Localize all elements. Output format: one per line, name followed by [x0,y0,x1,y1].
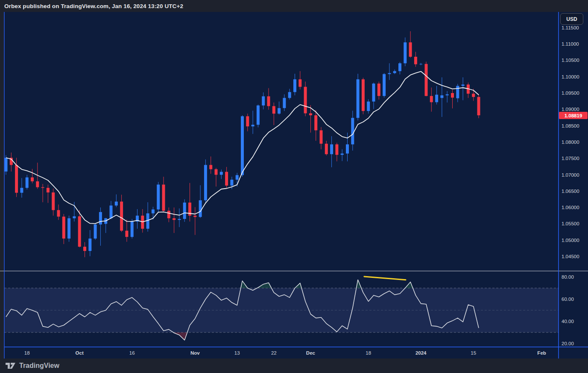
candle-body [178,219,181,220]
currency-usd-button[interactable]: USD [560,13,583,25]
candle-body [388,73,391,74]
chart-window: Orbex published on TradingView.com, Jan … [0,0,588,373]
candle-body [357,79,360,118]
candle-body [220,172,223,175]
chart-canvas[interactable]: 1.115001.110001.105001.100001.095001.090… [0,0,588,373]
candle-body [167,211,170,219]
candle-body [435,95,438,102]
candle-body [152,210,155,213]
candle-body [183,203,186,219]
candle-body [362,79,365,111]
candle-body [320,130,323,143]
candle-body [173,218,176,220]
candle-body [346,144,349,153]
candle-body [257,105,260,125]
candle-body [440,95,443,98]
candle-body [15,165,18,193]
candle-body [204,165,207,201]
publish-header-title: Orbex published on TradingView.com, Jan … [0,3,183,9]
candle-body [383,74,386,96]
candle-body [193,216,196,217]
candle-body [283,98,286,108]
watermark-bar: TradingView [0,358,588,373]
candle-body [252,125,255,126]
candle-body [47,188,50,192]
candle-body [31,178,34,181]
tradingview-brand-label: TradingView [19,362,59,370]
candle-body [409,42,412,57]
candle-body [241,116,244,175]
candle-body [246,116,249,126]
candle-body [57,210,60,216]
candle-body [125,231,128,237]
candle-body [288,92,291,98]
candle-body [425,64,428,96]
candle-body [225,172,228,186]
candle-body [377,84,380,96]
candle-body [236,175,239,180]
candle-body [78,216,81,247]
candle-body [351,118,354,144]
candle-body [36,181,39,187]
candle-body [83,247,86,251]
tradingview-logo-icon [5,361,16,370]
candle-body [162,185,165,211]
time-axis[interactable] [4,347,588,358]
publish-header: Orbex published on TradingView.com, Jan … [0,0,588,12]
candle-body [230,180,233,186]
candle-body [367,102,370,111]
candle-body [131,221,134,237]
candle-body [472,94,475,97]
candle-body [157,185,160,210]
candle-body [404,42,407,63]
candle-body [414,57,417,64]
candle-body [120,201,123,230]
candle-body [398,63,401,71]
candle-body [372,84,375,102]
candle-body [94,224,97,239]
candle-body [456,86,459,98]
candle-body [293,79,296,92]
candle-body [446,94,449,95]
candle-body [67,218,70,238]
candle-body [215,169,218,175]
candle-body [26,178,29,188]
candle-body [341,154,344,155]
candle-body [335,144,338,155]
candle-body [88,239,91,251]
candle-body [309,113,312,115]
candle-body [462,85,465,86]
candle-body [430,96,433,102]
candle-body [115,201,118,205]
candle-body [20,188,23,192]
candle-body [278,108,281,114]
candle-body [477,97,480,115]
candle-body [209,165,212,169]
candle-body [330,144,333,154]
candle-body [99,212,102,224]
candle-body [298,79,301,87]
candle-body [52,192,55,210]
candle-body [62,217,65,239]
candle-body [262,96,265,105]
candle-body [41,187,44,188]
candle-body [451,93,454,98]
candle-body [73,216,76,219]
candle-body [5,158,8,172]
candle-body [314,115,317,130]
candle-body [267,96,270,106]
price-axis[interactable] [559,12,588,347]
candle-body [304,87,307,113]
candle-body [272,106,275,114]
candle-body [325,144,328,154]
candle-body [419,64,422,64]
candle-body [393,71,396,73]
last-price-badge: 1.08819 [559,112,588,119]
candle-body [199,200,202,217]
candle-body [110,206,113,219]
